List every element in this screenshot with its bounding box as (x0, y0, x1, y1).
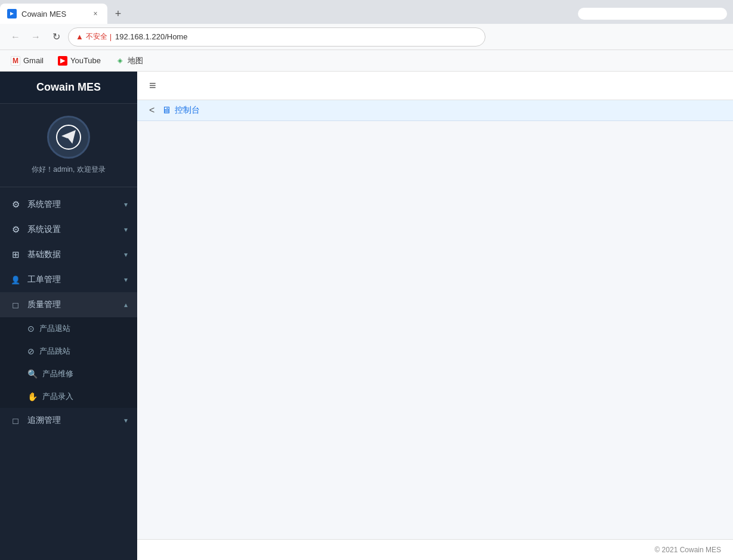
gear-icon: ⚙ (10, 199, 21, 211)
submenu-label-product-jump: 产品跳站 (39, 346, 70, 357)
tab-favicon (7, 9, 17, 18)
user-greeting: 你好！admin, 欢迎登录 (32, 165, 105, 175)
content-area (137, 121, 733, 539)
submenu-item-product-entry[interactable]: ✋ 产品录入 (0, 385, 137, 408)
sidebar-menu: ⚙ 系统管理 ▾ ⚙ 系统设置 ▾ ⊞ 基础数据 ▾ 👤 工单管理 ▾ (0, 187, 137, 560)
chevron-down-icon-3: ▾ (124, 250, 128, 259)
address-bar[interactable]: ▲ 不安全 | 192.168.1.220/Home (68, 27, 485, 47)
gmail-icon: M (11, 56, 20, 66)
warning-icon: ▲ (76, 32, 83, 41)
footer: © 2021 Cowain MES (137, 539, 733, 560)
chevron-down-icon-4: ▾ (124, 276, 128, 284)
bookmark-maps-label: 地图 (128, 55, 143, 66)
tab-close-button[interactable]: × (91, 9, 100, 18)
insecure-label: 不安全 (86, 32, 107, 42)
dashboard-icon: 🖥 (162, 105, 171, 116)
product-entry-icon: ✋ (27, 392, 38, 401)
footer-text: © 2021 Cowain MES (654, 546, 721, 554)
chevron-down-icon-2: ▾ (124, 225, 128, 234)
sidebar-item-trace-management[interactable]: □ 追溯管理 ▾ (0, 408, 137, 433)
youtube-icon: ▶ (58, 56, 67, 66)
product-exit-icon: ⊙ (27, 324, 35, 333)
submenu-item-product-repair[interactable]: 🔍 产品维修 (0, 363, 137, 385)
quality-icon: □ (10, 299, 21, 311)
new-tab-button[interactable]: + (110, 5, 126, 22)
submenu-label-product-repair: 产品维修 (42, 369, 73, 379)
submenu-item-product-exit[interactable]: ⊙ 产品退站 (0, 317, 137, 340)
back-button[interactable]: ← (7, 29, 24, 45)
user-avatar (47, 116, 90, 159)
tab-title: Cowain MES (21, 10, 86, 18)
sidebar-item-system-management[interactable]: ⚙ 系统管理 ▾ (0, 192, 137, 217)
menu-label-quality-management: 质量管理 (27, 299, 124, 310)
sidebar-brand: Cowain MES (0, 72, 137, 104)
hamburger-button[interactable]: ≡ (149, 79, 156, 92)
product-repair-icon: 🔍 (27, 369, 38, 379)
submenu-label-product-entry: 产品录入 (42, 391, 73, 402)
top-bar: ≡ (137, 72, 733, 100)
breadcrumb-label: 控制台 (175, 105, 200, 116)
maps-icon: ◈ (115, 56, 125, 66)
menu-label-system-management: 系统管理 (27, 199, 124, 210)
sidebar-item-basic-data[interactable]: ⊞ 基础数据 ▾ (0, 242, 137, 267)
sidebar-item-quality-management[interactable]: □ 质量管理 ▴ (0, 292, 137, 317)
refresh-button[interactable]: ↻ (48, 29, 64, 45)
svg-marker-0 (10, 12, 14, 16)
bookmark-youtube[interactable]: ▶ YouTube (54, 54, 104, 67)
security-indicator: ▲ 不安全 | (76, 32, 112, 42)
breadcrumb-bar: < 🖥 控制台 (137, 100, 733, 121)
menu-label-basic-data: 基础数据 (27, 249, 124, 260)
submenu-label-product-exit: 产品退站 (39, 323, 70, 334)
sidebar: Cowain MES 你好！admin, 欢迎登录 ⚙ 系统管理 ▾ (0, 72, 137, 560)
chevron-down-icon: ▾ (124, 200, 128, 209)
url-text: 192.168.1.220/Home (115, 32, 187, 41)
work-order-icon: 👤 (10, 274, 21, 286)
quality-submenu: ⊙ 产品退站 ⊘ 产品跳站 🔍 产品维修 ✋ 产品录入 (0, 317, 137, 408)
address-separator: | (110, 33, 112, 41)
menu-label-system-settings: 系统设置 (27, 224, 124, 235)
main-content: ≡ < 🖥 控制台 © 2021 Cowain MES (137, 72, 733, 560)
bookmark-youtube-label: YouTube (70, 56, 101, 65)
menu-label-trace-management: 追溯管理 (27, 415, 124, 426)
submenu-item-product-jump[interactable]: ⊘ 产品跳站 (0, 340, 137, 363)
breadcrumb-back-button[interactable]: < (149, 105, 154, 116)
bookmark-gmail[interactable]: M Gmail (7, 54, 47, 67)
settings-icon: ⚙ (10, 224, 21, 236)
browser-search-bar[interactable] (578, 8, 727, 20)
product-jump-icon: ⊘ (27, 346, 35, 356)
forward-button[interactable]: → (27, 29, 44, 45)
chevron-down-icon-5: ▾ (124, 416, 128, 425)
menu-label-work-order: 工单管理 (27, 274, 124, 285)
sidebar-item-system-settings[interactable]: ⚙ 系统设置 ▾ (0, 217, 137, 242)
sidebar-item-work-order[interactable]: 👤 工单管理 ▾ (0, 267, 137, 292)
grid-icon: ⊞ (10, 249, 21, 261)
bookmark-maps[interactable]: ◈ 地图 (112, 54, 147, 68)
user-section: 你好！admin, 欢迎登录 (0, 104, 137, 187)
active-tab[interactable]: Cowain MES × (0, 4, 107, 24)
bookmark-gmail-label: Gmail (23, 56, 44, 65)
trace-icon: □ (10, 414, 21, 426)
breadcrumb-item-dashboard[interactable]: 🖥 控制台 (162, 105, 200, 116)
chevron-up-icon: ▴ (124, 301, 128, 309)
